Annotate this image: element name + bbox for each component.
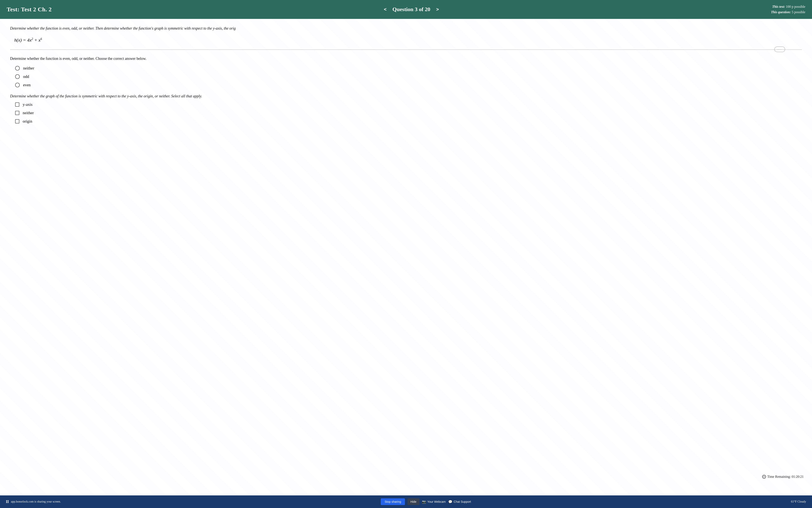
this-test-label: This test:	[772, 5, 785, 8]
checkbox-label-origin: origin	[23, 119, 32, 124]
chat-support-button[interactable]: 💬 Chat Support	[448, 500, 471, 504]
checkbox-origin[interactable]	[15, 119, 20, 123]
function-expression: h(x) = 4x2 + x6	[14, 37, 42, 43]
radio-group: neither odd even	[15, 66, 802, 87]
hide-button[interactable]: Hide	[408, 498, 420, 505]
this-test-info: This test: 100 p possible	[771, 4, 805, 9]
radio-circle-neither[interactable]	[15, 66, 20, 71]
sharing-text: app.honorlock.com is sharing your screen…	[11, 500, 61, 503]
radio-circle-even[interactable]	[15, 83, 20, 87]
radio-label-odd: odd	[23, 74, 29, 79]
radio-item-odd[interactable]: odd	[15, 74, 802, 79]
pause-icon-bottom: II	[6, 500, 9, 504]
radio-label-even: even	[23, 83, 31, 87]
score-info: This test: 100 p possible This question:…	[771, 4, 805, 15]
radio-item-even[interactable]: even	[15, 83, 802, 87]
main-content: Determine whether the function is even, …	[0, 19, 812, 496]
next-question-button[interactable]: >	[434, 5, 441, 13]
checkbox-label-yaxis: y-axis	[23, 102, 32, 107]
part1-instruction: Determine whether the function is even, …	[10, 56, 802, 61]
question-nav: < Question 3 of 20 >	[382, 5, 441, 13]
weather-info: 61°F Cloudy	[791, 500, 806, 503]
divider-section: ···	[10, 49, 802, 50]
bottom-right-info: 61°F Cloudy	[791, 500, 806, 503]
sharing-info: II app.honorlock.com is sharing your scr…	[6, 500, 61, 504]
section-divider	[10, 49, 802, 50]
sharing-controls: Stop sharing Hide 📷 Your Webcam 💬 Chat S…	[381, 498, 471, 505]
checkbox-neither[interactable]	[15, 111, 20, 115]
radio-circle-odd[interactable]	[15, 74, 20, 79]
this-question-label: This question:	[771, 10, 791, 14]
webcam-button[interactable]: 📷 Your Webcam	[422, 500, 446, 504]
question-counter: Question 3 of 20	[393, 6, 430, 12]
chat-label: Chat Support	[454, 500, 471, 503]
time-remaining-text: Time Remaining: 01:20:21	[767, 475, 804, 479]
header: Test: Test 2 Ch. 2 < Question 3 of 20 > …	[0, 0, 812, 19]
radio-label-neither: neither	[23, 66, 34, 71]
webcam-icon: 📷	[422, 500, 426, 504]
webcam-label: Your Webcam	[427, 500, 446, 503]
stop-sharing-button[interactable]: Stop sharing	[381, 498, 405, 505]
function-display: h(x) = 4x2 + x6	[14, 37, 802, 43]
part2-instruction: Determine whether the graph of the funct…	[10, 94, 802, 98]
test-title: Test: Test 2 Ch. 2	[7, 6, 52, 13]
ellipsis-button[interactable]: ···	[774, 47, 785, 52]
time-remaining-overlay: ⏱ Time Remaining: 01:20:21	[762, 475, 804, 479]
checkbox-yaxis[interactable]	[15, 102, 20, 107]
prev-question-button[interactable]: <	[382, 5, 389, 13]
bottom-bar: II app.honorlock.com is sharing your scr…	[0, 496, 812, 508]
this-test-value: 100 p possible	[786, 5, 805, 8]
checkbox-item-origin[interactable]: origin	[15, 119, 802, 124]
question-instruction: Determine whether the function is even, …	[10, 26, 802, 31]
checkbox-item-yaxis[interactable]: y-axis	[15, 102, 802, 107]
radio-item-neither[interactable]: neither	[15, 66, 802, 71]
checkbox-label-neither: neither	[23, 111, 34, 115]
checkbox-group: y-axis neither origin	[15, 102, 802, 124]
timer-icon: ⏱	[762, 475, 766, 479]
checkbox-item-neither[interactable]: neither	[15, 111, 802, 115]
chat-icon: 💬	[448, 500, 453, 504]
this-question-info: This question: 5 possible	[771, 9, 805, 15]
this-question-value: 5 possible	[792, 10, 805, 14]
